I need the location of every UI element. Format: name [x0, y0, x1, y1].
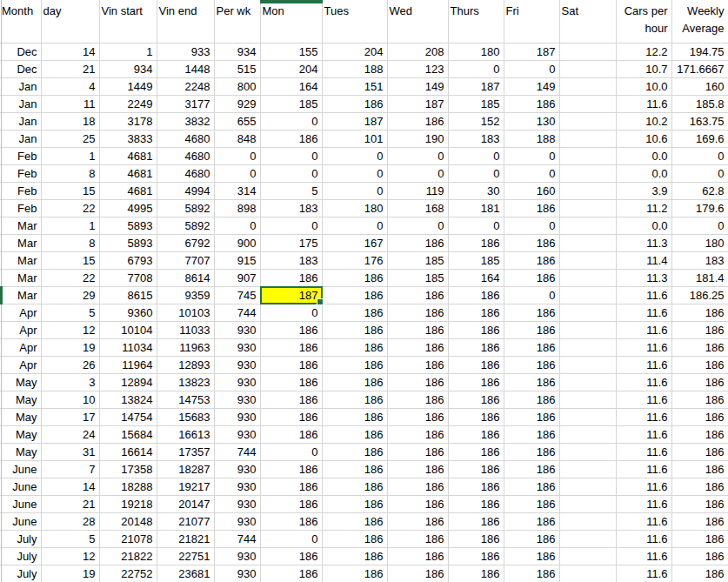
cell-cars_per_hour[interactable]: 10.2	[616, 112, 671, 130]
cell-vin_end[interactable]: 9359	[157, 286, 214, 304]
cell-month[interactable]: June	[0, 512, 41, 530]
cell-month[interactable]: June	[0, 460, 41, 478]
cell-weekly_average[interactable]: 186	[671, 495, 728, 512]
header-cell-day[interactable]: day	[41, 0, 99, 43]
cell-fri[interactable]: 186	[504, 478, 559, 495]
cell-tues[interactable]: 186	[322, 443, 387, 460]
cell-thurs[interactable]: 181	[448, 199, 504, 217]
cell-tues[interactable]: 188	[322, 60, 387, 77]
cell-per_wk[interactable]: 314	[214, 182, 260, 199]
cell-mon[interactable]: 186	[260, 565, 322, 582]
cell-per_wk[interactable]: 898	[214, 199, 260, 217]
cell-cars_per_hour[interactable]: 11.6	[616, 338, 671, 356]
cell-per_wk[interactable]: 930	[214, 547, 260, 565]
cell-tues[interactable]: 186	[322, 95, 387, 112]
cell-vin_start[interactable]: 934	[99, 60, 157, 77]
cell-wed[interactable]: 186	[387, 338, 448, 356]
cell-tues[interactable]: 176	[322, 251, 387, 269]
cell-fri[interactable]: 186	[504, 251, 559, 269]
cell-cars_per_hour[interactable]: 3.9	[616, 182, 671, 199]
header-cell-weekly_average[interactable]: Weekly Average	[671, 0, 728, 43]
cell-cars_per_hour[interactable]: 11.6	[616, 95, 671, 112]
cell-weekly_average[interactable]: 186	[671, 338, 728, 356]
cell-month[interactable]: Feb	[0, 182, 41, 199]
cell-tues[interactable]: 180	[322, 199, 387, 217]
cell-thurs[interactable]: 186	[448, 304, 504, 321]
cell-wed[interactable]: 187	[387, 95, 448, 112]
cell-vin_start[interactable]: 13824	[99, 391, 157, 408]
cell-vin_end[interactable]: 4680	[157, 147, 214, 164]
cell-thurs[interactable]: 30	[448, 182, 504, 199]
cell-mon[interactable]: 185	[260, 95, 322, 112]
cell-tues[interactable]: 0	[322, 164, 387, 182]
cell-mon[interactable]: 186	[260, 547, 322, 565]
cell-fri[interactable]: 186	[504, 356, 559, 373]
cell-tues[interactable]: 167	[322, 234, 387, 251]
cell-fri[interactable]: 186	[504, 512, 559, 530]
cell-thurs[interactable]: 187	[448, 77, 504, 95]
cell-day[interactable]: 4	[41, 77, 99, 95]
cell-cars_per_hour[interactable]: 12.2	[616, 43, 671, 60]
cell-sat[interactable]	[559, 234, 616, 251]
cell-per_wk[interactable]: 930	[214, 425, 260, 443]
cell-vin_end[interactable]: 18287	[157, 460, 214, 478]
cell-fri[interactable]: 186	[504, 234, 559, 251]
cell-vin_start[interactable]: 4995	[99, 199, 157, 217]
cell-sat[interactable]	[559, 530, 616, 547]
cell-cars_per_hour[interactable]: 11.6	[616, 565, 671, 582]
cell-month[interactable]: Dec	[0, 43, 41, 60]
cell-per_wk[interactable]: 930	[214, 356, 260, 373]
cell-vin_start[interactable]: 3833	[99, 130, 157, 147]
cell-day[interactable]: 25	[41, 130, 99, 147]
cell-per_wk[interactable]: 800	[214, 77, 260, 95]
cell-vin_end[interactable]: 6792	[157, 234, 214, 251]
cell-vin_start[interactable]: 10104	[99, 321, 157, 338]
cell-vin_start[interactable]: 15684	[99, 425, 157, 443]
cell-wed[interactable]: 186	[387, 443, 448, 460]
cell-thurs[interactable]: 186	[448, 286, 504, 304]
cell-cars_per_hour[interactable]: 11.6	[616, 443, 671, 460]
cell-vin_start[interactable]: 6793	[99, 251, 157, 269]
cell-vin_end[interactable]: 10103	[157, 304, 214, 321]
cell-day[interactable]: 11	[41, 95, 99, 112]
cell-weekly_average[interactable]: 169.6	[671, 130, 728, 147]
cell-mon[interactable]: 175	[260, 234, 322, 251]
cell-vin_start[interactable]: 18288	[99, 478, 157, 495]
cell-thurs[interactable]: 186	[448, 391, 504, 408]
cell-vin_end[interactable]: 21077	[157, 512, 214, 530]
cell-vin_start[interactable]: 16614	[99, 443, 157, 460]
cell-weekly_average[interactable]: 163.75	[671, 112, 728, 130]
cell-wed[interactable]: 186	[387, 234, 448, 251]
cell-tues[interactable]: 186	[322, 478, 387, 495]
cell-cars_per_hour[interactable]: 11.6	[616, 408, 671, 425]
cell-vin_start[interactable]: 12894	[99, 373, 157, 391]
cell-day[interactable]: 5	[41, 304, 99, 321]
cell-sat[interactable]	[559, 217, 616, 234]
cell-vin_end[interactable]: 933	[157, 43, 214, 60]
cell-vin_start[interactable]: 7708	[99, 269, 157, 286]
cell-day[interactable]: 15	[41, 251, 99, 269]
cell-fri[interactable]: 186	[504, 391, 559, 408]
cell-vin_start[interactable]: 21822	[99, 547, 157, 565]
cell-mon[interactable]: 186	[260, 478, 322, 495]
cell-fri[interactable]: 188	[504, 130, 559, 147]
cell-mon[interactable]: 0	[260, 304, 322, 321]
cell-thurs[interactable]: 186	[448, 547, 504, 565]
cell-thurs[interactable]: 186	[448, 530, 504, 547]
cell-vin_end[interactable]: 3832	[157, 112, 214, 130]
cell-vin_end[interactable]: 11033	[157, 321, 214, 338]
cell-day[interactable]: 31	[41, 443, 99, 460]
cell-month[interactable]: Apr	[0, 356, 41, 373]
cell-fri[interactable]: 130	[504, 112, 559, 130]
cell-fri[interactable]: 149	[504, 77, 559, 95]
cell-tues[interactable]: 186	[322, 460, 387, 478]
cell-thurs[interactable]: 183	[448, 130, 504, 147]
cell-weekly_average[interactable]: 186	[671, 443, 728, 460]
cell-mon[interactable]: 164	[260, 77, 322, 95]
cell-cars_per_hour[interactable]: 11.2	[616, 199, 671, 217]
cell-fri[interactable]: 160	[504, 182, 559, 199]
cell-cars_per_hour[interactable]: 11.6	[616, 356, 671, 373]
cell-month[interactable]: July	[0, 547, 41, 565]
cell-mon[interactable]: 183	[260, 199, 322, 217]
cell-thurs[interactable]: 0	[448, 60, 504, 77]
